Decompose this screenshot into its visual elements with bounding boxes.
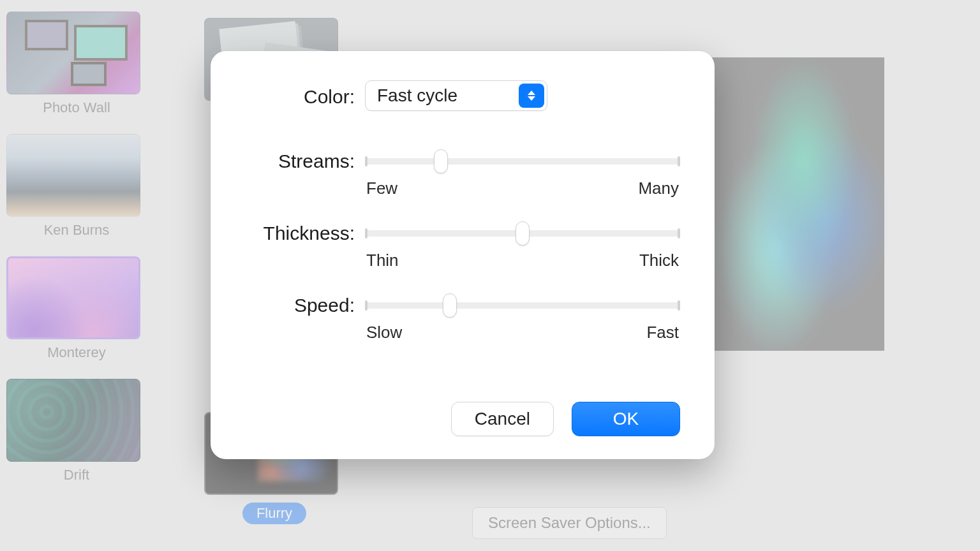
streams-label: Streams:: [245, 148, 365, 172]
thickness-slider-thumb[interactable]: [516, 221, 530, 246]
thickness-label: Thickness:: [245, 220, 365, 244]
thickness-min-label: Thin: [366, 251, 399, 270]
streams-min-label: Few: [366, 179, 397, 198]
streams-slider[interactable]: [365, 158, 680, 165]
speed-label: Speed:: [245, 292, 365, 316]
slider-tick-icon: [678, 300, 680, 311]
color-select-value: Fast cycle: [377, 85, 457, 105]
speed-slider[interactable]: [365, 302, 680, 309]
sidebar-item-label: Drift: [6, 467, 147, 483]
slider-tick-icon: [365, 300, 368, 311]
color-label: Color:: [245, 84, 365, 108]
screensaver-preview: [706, 57, 884, 351]
sidebar-item-label: Photo Wall: [6, 99, 147, 116]
slider-tick-icon: [365, 228, 368, 239]
screensaver-thumb-drift[interactable]: [6, 379, 140, 462]
flurry-options-dialog: Color: Fast cycle Streams: Few Many Thic…: [211, 51, 715, 459]
sidebar-item-label: Monterey: [6, 344, 147, 361]
screensaver-thumb-monterey[interactable]: [6, 256, 140, 339]
color-select[interactable]: Fast cycle: [365, 80, 547, 111]
thickness-slider[interactable]: [365, 230, 680, 237]
slider-tick-icon: [678, 156, 680, 166]
speed-slider-thumb[interactable]: [443, 293, 457, 318]
screensaver-selected-pill: Flurry: [242, 503, 306, 524]
ok-button[interactable]: OK: [572, 402, 680, 436]
sidebar-item-label: Ken Burns: [6, 222, 147, 239]
streams-max-label: Many: [638, 179, 679, 198]
screen-saver-options-button[interactable]: Screen Saver Options...: [472, 507, 667, 539]
streams-slider-thumb[interactable]: [434, 149, 448, 173]
speed-min-label: Slow: [366, 323, 402, 342]
slider-tick-icon: [365, 156, 368, 166]
screensaver-thumb-ken-burns[interactable]: [6, 134, 140, 217]
screensaver-thumb-photo-wall[interactable]: [6, 11, 140, 94]
cancel-button[interactable]: Cancel: [451, 402, 554, 436]
thickness-max-label: Thick: [639, 251, 679, 270]
speed-max-label: Fast: [646, 323, 679, 342]
updown-chevron-icon: [519, 84, 544, 108]
slider-tick-icon: [678, 228, 680, 239]
